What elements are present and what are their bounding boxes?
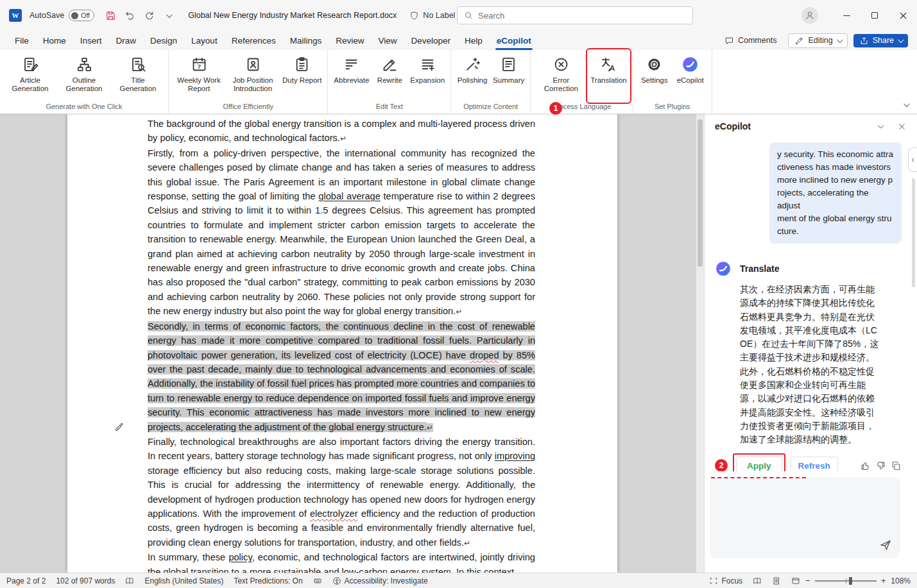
undo-button[interactable]: [120, 6, 139, 25]
panel-edge-handle[interactable]: ‹: [908, 147, 917, 172]
duty-report-button[interactable]: Duty Report: [280, 50, 324, 102]
account-avatar[interactable]: [801, 7, 818, 24]
tab-draw[interactable]: Draw: [109, 31, 144, 50]
minimize-button[interactable]: [832, 0, 861, 31]
settings-button[interactable]: Settings: [637, 50, 673, 102]
autosave-toggle[interactable]: Off: [69, 10, 94, 21]
button-label: Polishing: [458, 76, 488, 85]
zoom-in-button[interactable]: +: [881, 576, 886, 585]
zoom-slider[interactable]: [815, 580, 877, 582]
focus-mode-button[interactable]: Focus: [704, 573, 748, 588]
print-layout-button[interactable]: [767, 573, 786, 588]
maximize-button[interactable]: [861, 0, 889, 31]
close-icon: [898, 10, 909, 21]
save-button[interactable]: [101, 6, 120, 25]
tab-file[interactable]: File: [8, 31, 36, 50]
article-generation-button[interactable]: Article Generation: [3, 50, 57, 102]
editing-mode-button[interactable]: Editing: [788, 33, 847, 48]
margin-pen-icon[interactable]: [114, 421, 124, 432]
translation-button[interactable]: ATranslation: [588, 50, 629, 102]
thumbs-down-icon[interactable]: [875, 460, 886, 471]
read-mode-button[interactable]: [748, 573, 767, 588]
keyboard-status[interactable]: [308, 573, 327, 588]
scrollbar-thumb[interactable]: [698, 119, 703, 267]
collapse-ribbon-button[interactable]: [904, 98, 908, 110]
paragraph[interactable]: Firstly, from a policy-driven perspectiv…: [148, 146, 535, 319]
comments-button[interactable]: Comments: [719, 34, 782, 47]
search-icon: [464, 11, 473, 20]
close-button[interactable]: [889, 0, 917, 31]
minimize-icon: [841, 10, 852, 21]
expansion-button[interactable]: Expansion: [407, 50, 447, 102]
panel-collapse-icon[interactable]: [876, 122, 886, 131]
weekly-work-report-button[interactable]: 7Weekly Work Report: [172, 50, 226, 102]
thumbs-up-icon[interactable]: [860, 460, 871, 471]
text-predictions[interactable]: Text Predictions: On: [228, 573, 307, 588]
ecopilot-icon: [681, 56, 699, 73]
search-input[interactable]: [478, 11, 686, 21]
page-indicator[interactable]: Page 2 of 2: [1, 573, 51, 588]
rewrite-icon: [381, 56, 399, 73]
ribbon-group-generate-with-one-click: Article GenerationOutline GenerationTitl…: [0, 50, 169, 113]
tab-home[interactable]: Home: [36, 31, 73, 50]
apply-button[interactable]: Apply: [736, 457, 782, 471]
ribbon: Article GenerationOutline GenerationTitl…: [0, 50, 917, 114]
response-label: Translate: [740, 264, 779, 274]
comments-icon: [724, 36, 734, 46]
tab-layout[interactable]: Layout: [184, 31, 225, 50]
job-position-introduction-button[interactable]: Job Position Introduction: [226, 50, 280, 102]
outline-generation-button[interactable]: Outline Generation: [57, 50, 111, 102]
share-button[interactable]: Share: [853, 34, 908, 47]
ecopilot-button[interactable]: eCopilot: [673, 50, 708, 102]
zoom-level[interactable]: 108%: [886, 573, 916, 588]
chevron-left-icon: ‹: [912, 155, 914, 164]
zoom-thumb[interactable]: [849, 577, 852, 585]
button-label: Abbreviate: [334, 76, 369, 85]
language-indicator[interactable]: English (United States): [139, 573, 228, 588]
person-icon: [805, 10, 815, 21]
title-generation-button[interactable]: Title Generation: [111, 50, 165, 102]
chat-input[interactable]: [710, 477, 900, 559]
button-label: eCopilot: [677, 76, 704, 85]
tab-review[interactable]: Review: [329, 31, 371, 50]
quick-access-chevron[interactable]: [159, 6, 178, 25]
annotation-box-apply: Apply: [733, 453, 785, 471]
abbreviate-button[interactable]: Abbreviate: [331, 50, 372, 102]
zoom-out-button[interactable]: −: [805, 576, 810, 585]
panel-close-icon[interactable]: [897, 122, 907, 131]
paragraph[interactable]: The background of the global energy tran…: [148, 117, 535, 146]
document-scrollbar[interactable]: [696, 114, 704, 573]
document-page[interactable]: The background of the global energy tran…: [67, 114, 617, 573]
proofing-status[interactable]: [120, 573, 139, 588]
rewrite-button[interactable]: Rewrite: [372, 50, 407, 102]
refresh-button[interactable]: Refresh: [791, 457, 838, 471]
tab-ecopilot[interactable]: eCopilot: [490, 31, 538, 50]
error-correction-button[interactable]: Error Correction: [534, 50, 588, 102]
paragraph[interactable]: Finally, technological breakthroughs are…: [148, 435, 535, 550]
tab-mailings[interactable]: Mailings: [283, 31, 329, 50]
group-label: Process Language: [531, 102, 632, 113]
paragraph[interactable]: In summary, these policy, economic, and …: [148, 550, 535, 573]
web-layout-button[interactable]: [786, 573, 805, 588]
polishing-icon: [464, 56, 481, 73]
copy-icon[interactable]: [891, 460, 902, 471]
tab-view[interactable]: View: [371, 31, 404, 50]
summary-button[interactable]: Summary: [490, 50, 527, 102]
accessibility-status[interactable]: Accessibility: Investigate: [327, 573, 433, 588]
tab-developer[interactable]: Developer: [404, 31, 458, 50]
send-icon[interactable]: [879, 539, 892, 551]
word-count[interactable]: 102 of 907 words: [51, 573, 120, 588]
tab-references[interactable]: References: [225, 31, 283, 50]
autosave-label: AutoSave: [30, 11, 64, 20]
tab-insert[interactable]: Insert: [73, 31, 109, 50]
selected-paragraph[interactable]: Secondly, in terms of economic factors, …: [148, 319, 535, 435]
polishing-button[interactable]: Polishing: [454, 50, 490, 102]
title-bar: W AutoSave Off Global New Energy Industr…: [0, 0, 917, 31]
panel-scrollbar[interactable]: [912, 178, 915, 287]
search-box[interactable]: [457, 6, 693, 24]
redo-button[interactable]: [139, 6, 159, 25]
ribbon-group-edit-text: AbbreviateRewriteExpansionEdit Text: [328, 50, 451, 113]
tab-help[interactable]: Help: [458, 31, 490, 50]
tab-design[interactable]: Design: [143, 31, 184, 50]
ecopilot-logo-icon: [715, 260, 732, 277]
